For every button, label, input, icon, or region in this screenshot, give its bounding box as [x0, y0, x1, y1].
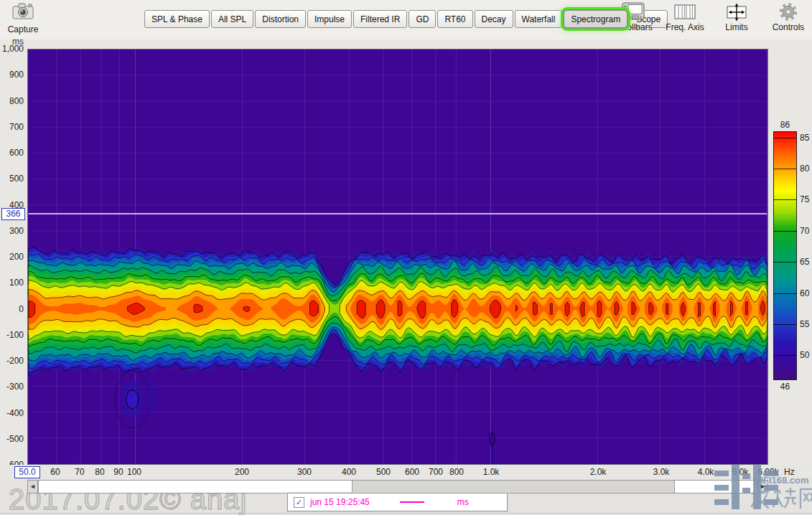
freq-axis-label: Freq. Axis: [666, 22, 704, 32]
x-tick-label: 3.0k: [653, 467, 670, 477]
scrollbar-thumb[interactable]: [352, 480, 675, 493]
x-tick-label: 200: [235, 467, 249, 477]
colorbar-tick: [773, 231, 797, 232]
colorbar-tick: [773, 138, 797, 138]
tab-spl-phase[interactable]: SPL & Phase: [144, 10, 210, 28]
colorbar-tick-label: 65: [800, 257, 809, 267]
hifi168-watermark: HIFI168.com: [714, 463, 812, 515]
limits-label: Limits: [725, 22, 747, 32]
capture-label: Capture: [4, 24, 42, 34]
camera-icon: [11, 1, 35, 22]
x-tick-label: 1.0k: [483, 467, 500, 477]
colorbar-tick-label: 70: [800, 226, 809, 236]
x-tick-label: 300: [297, 467, 312, 477]
tab-impulse[interactable]: Impulse: [307, 10, 352, 28]
tab-gd[interactable]: GD: [409, 10, 436, 28]
x-tick-label: 800: [449, 467, 464, 477]
y-tick-label: 0: [0, 304, 24, 314]
y-tick-label: 800: [0, 96, 24, 106]
spectrogram-plot[interactable]: [27, 49, 768, 465]
y-tick-label: 900: [0, 70, 24, 80]
tab-rt60[interactable]: RT60: [437, 10, 472, 28]
y-tick-label: 200: [0, 252, 24, 262]
x-tick-label: 500: [376, 467, 391, 477]
horizontal-scrollbar[interactable]: ◄ ►: [27, 480, 768, 493]
colorbar-tick-label: 55: [800, 319, 809, 329]
y-tick-label: -400: [0, 408, 24, 418]
limits-icon: [724, 2, 749, 22]
colorbar-tick: [773, 355, 797, 356]
y-tick-label: 100: [0, 278, 24, 288]
colorbar-tick: [773, 169, 797, 169]
colorbar-tick-label: 85: [800, 133, 809, 143]
x-tick-label: 4.0k: [698, 467, 714, 477]
capture-button[interactable]: Capture: [4, 1, 42, 34]
colorbar-tick: [773, 324, 797, 325]
y-tick-label: -100: [0, 330, 24, 340]
toolbar: Capture SPL & Phase All SPL Distortion I…: [0, 0, 812, 39]
y-tick-label: 600: [0, 148, 24, 158]
colorbar-tick-label: 50: [800, 350, 809, 360]
tab-filtered-ir[interactable]: Filtered IR: [353, 10, 407, 28]
cursor-time-readout: 366: [1, 208, 25, 220]
site-cn-watermark: [750, 486, 812, 512]
x-tick-label: 400: [342, 467, 356, 477]
rew-spectrogram-window: Capture SPL & Phase All SPL Distortion I…: [0, 0, 812, 515]
cursor-frequency-readout: 50.0: [14, 466, 40, 478]
measurement-legend: ✓ jun 15 19:25:45 ms: [287, 493, 508, 511]
x-tick-label: 70: [75, 467, 84, 477]
freq-axis-button[interactable]: Freq. Axis: [663, 2, 707, 32]
x-tick-label: 60: [50, 467, 60, 477]
frequency-axis: 607080901002003004005006007008001.0k2.0k…: [0, 465, 812, 480]
toolbar-right-buttons: Scrollbars Freq. Axis: [611, 2, 811, 32]
x-tick-label: 700: [429, 467, 443, 477]
y-tick-label: -300: [0, 382, 24, 392]
y-tick-label: 700: [0, 122, 24, 132]
y-tick-label: 500: [0, 174, 24, 184]
tab-waterfall[interactable]: Waterfall: [515, 10, 563, 28]
scroll-left-button[interactable]: ◄: [27, 480, 38, 493]
colorbar-tick: [773, 262, 797, 263]
y-tick-label: 300: [0, 226, 24, 236]
x-tick-label: 2.0k: [590, 467, 607, 477]
trace-color-swatch: [400, 501, 424, 503]
controls-button[interactable]: Controls: [766, 2, 811, 32]
colorbar-min-label: 46: [773, 382, 797, 392]
x-tick-label: 100: [127, 467, 141, 477]
measurement-name[interactable]: jun 15 19:25:45: [310, 497, 370, 507]
colorbar-tick-label: 80: [800, 164, 809, 174]
limits-button[interactable]: Limits: [714, 2, 759, 32]
y-tick-label: -500: [0, 434, 24, 444]
gear-icon: [776, 2, 801, 22]
colorbar-max-label: 86: [773, 120, 797, 130]
colorbar-tick: [773, 293, 797, 294]
legend-unit-label: ms: [457, 497, 469, 507]
tab-distortion[interactable]: Distortion: [255, 10, 306, 28]
hifi168-site-text: HIFI168.com: [754, 475, 809, 486]
time-axis-unit: ms: [0, 37, 24, 47]
freq-axis-icon: [673, 2, 697, 22]
colorbar: 86 46 8580757065605550: [773, 131, 812, 380]
tab-all-spl[interactable]: All SPL: [211, 10, 253, 28]
measurement-checkbox[interactable]: ✓: [294, 497, 304, 508]
controls-label: Controls: [773, 22, 805, 32]
colorbar-tick-label: 75: [800, 194, 809, 204]
tab-decay[interactable]: Decay: [475, 10, 513, 28]
colorbar-tick-label: 60: [800, 288, 809, 298]
view-tabs: SPL & Phase All SPL Distortion Impulse F…: [144, 10, 668, 28]
x-tick-label: 600: [405, 467, 419, 477]
colorbar-tick: [773, 199, 797, 200]
x-tick-label: 90: [113, 467, 123, 477]
y-tick-label: -200: [0, 356, 24, 366]
x-tick-label: 80: [95, 467, 104, 477]
tab-spectrogram[interactable]: Spectrogram: [564, 10, 627, 28]
